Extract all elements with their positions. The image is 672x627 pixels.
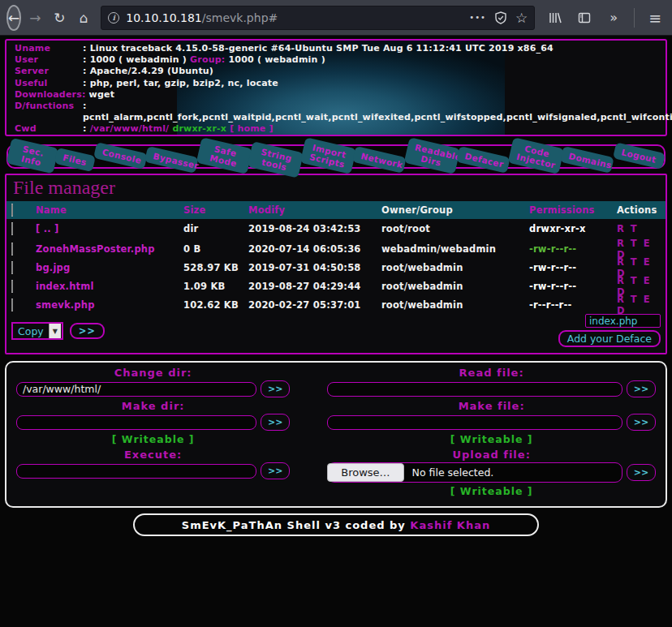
file-size: 528.97 KB — [183, 262, 248, 273]
row-checkbox[interactable] — [11, 298, 13, 311]
tab-logout[interactable]: Logout — [613, 142, 665, 169]
bookmark-star-icon[interactable]: ☆ — [515, 10, 528, 26]
useful-value: php, perl, tar, gzip, bzip2, nc, locate — [90, 78, 278, 88]
select-all-checkbox[interactable] — [11, 204, 13, 217]
user-label: User — [15, 54, 83, 66]
table-row: bg.jpg 528.97 KB 2019-07-31 04:50:58 roo… — [6, 256, 666, 275]
tracking-shield-icon[interactable] — [494, 11, 507, 24]
make-file-go-button[interactable]: >> — [627, 414, 656, 431]
bulk-action-go-button[interactable]: >> — [70, 323, 105, 339]
file-link[interactable]: bg.jpg — [36, 262, 183, 273]
file-permissions[interactable]: -rw-r--r-- — [529, 281, 617, 292]
execute-label: Execute: — [16, 449, 290, 461]
page-actions-icon[interactable]: ••• — [469, 13, 486, 22]
bulk-action-select[interactable]: Copy ▼ — [11, 322, 63, 340]
execute-go-button[interactable]: >> — [261, 462, 290, 479]
cwd-label: Cwd — [15, 123, 83, 135]
tab-defacer[interactable]: Defacer — [456, 146, 510, 174]
no-file-text: No file selected. — [412, 466, 494, 479]
file-actions[interactable]: R T E D — [617, 294, 661, 316]
read-file-input[interactable] — [327, 382, 622, 397]
dfunctions-label: D/functions — [15, 101, 83, 112]
url-bar[interactable]: i 10.10.10.181/smevk.php# ••• ☆ — [101, 6, 535, 30]
upload-file-input[interactable]: Browse… No file selected. — [327, 462, 622, 483]
tab-network[interactable]: Network — [352, 146, 407, 174]
colon: : — [83, 101, 87, 111]
back-button[interactable]: ← — [6, 5, 21, 31]
row-checkbox[interactable] — [11, 280, 13, 293]
col-actions: Actions — [617, 204, 661, 216]
row-checkbox[interactable] — [11, 243, 13, 256]
table-row: index.html 1.09 KB 2019-08-27 04:29:44 r… — [6, 275, 666, 294]
file-link[interactable]: ZonehMassPoster.php — [36, 243, 183, 255]
row-checkbox[interactable] — [11, 261, 13, 274]
col-permissions: Permissions — [529, 204, 617, 216]
cwd-path-link[interactable]: /var/www/html/ — [90, 123, 170, 134]
tab-string-tools[interactable]: String tools — [248, 141, 304, 178]
file-permissions[interactable]: drwxr-xr-x — [529, 223, 617, 234]
footer-text: SmEvK_PaThAn Shell v3 coded by — [182, 519, 411, 531]
site-info-icon[interactable]: i — [108, 12, 119, 24]
file-size: 1.09 KB — [183, 281, 248, 292]
file-link[interactable]: smevk.php — [36, 299, 183, 311]
make-dir-label: Make dir: — [16, 400, 290, 412]
forward-button[interactable]: → — [23, 6, 47, 30]
make-dir-go-button[interactable]: >> — [261, 414, 290, 431]
file-modify: 2019-07-31 04:50:58 — [248, 262, 381, 273]
file-actions[interactable]: R T — [617, 223, 661, 234]
tab-readable-dirs[interactable]: Readable Dirs — [404, 137, 461, 174]
useful-label: Useful — [15, 78, 83, 89]
row-checkbox[interactable] — [11, 222, 13, 235]
file-permissions[interactable]: -rw-r--r-- — [529, 262, 617, 273]
make-file-input[interactable] — [327, 415, 622, 430]
library-icon[interactable] — [543, 6, 567, 30]
tab-files[interactable]: Files — [54, 148, 95, 172]
quick-commands-panel: Change dir: >> Make dir: >> [ Writeable … — [5, 361, 667, 508]
file-permissions[interactable]: -r--r--r-- — [529, 299, 617, 311]
col-name: Name — [36, 204, 183, 216]
change-dir-go-button[interactable]: >> — [261, 380, 290, 397]
browse-button[interactable]: Browse… — [327, 463, 403, 482]
table-row: [ .. ] dir 2019-08-24 03:42:53 root/root… — [6, 219, 666, 238]
file-table-header: Name Size Modify Owner/Group Permissions… — [6, 201, 666, 219]
deface-filename-input[interactable] — [585, 314, 661, 328]
tab-import-scripts[interactable]: Import Scripts — [300, 137, 357, 174]
file-link[interactable]: [ .. ] — [36, 223, 183, 234]
url-text[interactable]: 10.10.10.181/smevk.php# — [126, 11, 469, 24]
url-path: /smevk.php# — [202, 11, 278, 24]
execute-input[interactable] — [16, 464, 256, 479]
file-permissions[interactable]: -rw-r--r-- — [529, 243, 617, 255]
downloaders-line: Downloaders: wget — [15, 89, 666, 101]
tab-sec-info[interactable]: Sec. Info — [6, 138, 58, 174]
footer-author-link[interactable]: Kashif Khan — [410, 519, 490, 531]
add-deface-button[interactable]: Add your Deface — [558, 330, 661, 347]
upload-file-label: Upload file: — [327, 449, 656, 461]
select-value: Copy — [18, 325, 49, 337]
tab-domains[interactable]: Domains — [560, 146, 614, 174]
tab-console[interactable]: Console — [93, 142, 148, 170]
file-owner: root/root — [381, 223, 529, 234]
writeable-status: [ Writeable ] — [327, 433, 656, 446]
upload-go-button[interactable]: >> — [627, 464, 656, 481]
hamburger-menu-icon[interactable]: ≡ — [643, 6, 667, 30]
col-modify: Modify — [248, 204, 381, 216]
overflow-menu-icon[interactable]: » — [601, 6, 626, 30]
user-value: 1000 ( webadmin ) — [90, 54, 190, 65]
tab-safe-mode[interactable]: Safe Mode — [196, 137, 253, 174]
sidebar-toggle-icon[interactable] — [572, 6, 597, 30]
home-button[interactable]: ⌂ — [71, 6, 96, 30]
change-dir-label: Change dir: — [16, 367, 290, 379]
tab-code-injector[interactable]: Code Injector — [508, 137, 565, 174]
colon: : — [83, 43, 87, 54]
server-value: Apache/2.4.29 (Ubuntu) — [90, 66, 213, 76]
refresh-button[interactable]: ↻ — [47, 6, 71, 30]
read-file-go-button[interactable]: >> — [627, 380, 656, 397]
change-dir-input[interactable] — [16, 382, 256, 397]
file-modify: 2020-02-27 05:37:01 — [248, 299, 381, 311]
dfunctions-value-line: pcntl_alarm,pcntl_fork,pcntl_waitpid,pcn… — [83, 112, 666, 123]
file-link[interactable]: index.html — [36, 281, 183, 292]
cwd-home-link[interactable]: [ home ] — [230, 123, 274, 134]
tab-bypasser[interactable]: Bypasser — [144, 146, 199, 174]
make-dir-input[interactable] — [16, 415, 256, 430]
file-modify: 2019-08-24 03:42:53 — [248, 223, 381, 234]
